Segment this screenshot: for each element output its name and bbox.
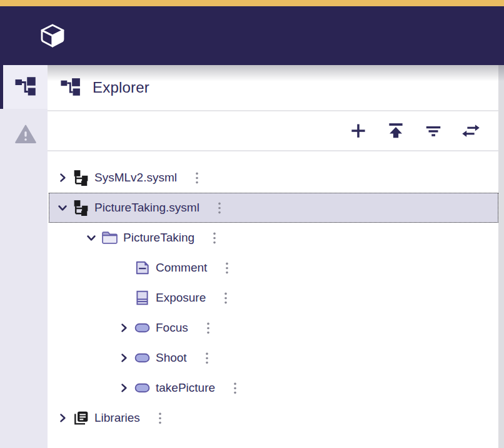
kebab-menu-icon[interactable] xyxy=(231,382,239,395)
tree-row[interactable]: SysMLv2.sysml xyxy=(49,163,498,193)
action-icon xyxy=(134,380,151,396)
activity-tab-explorer[interactable] xyxy=(0,65,48,109)
action-icon xyxy=(134,320,151,336)
model-file-icon xyxy=(73,200,89,216)
chevron-down-icon[interactable] xyxy=(56,201,69,215)
app-window: Explorer SysMLv2.sysmlPictureTaking.sysm… xyxy=(0,0,504,448)
item-icon xyxy=(134,290,151,306)
filter-button[interactable] xyxy=(424,121,443,140)
chevron-right-icon[interactable] xyxy=(118,351,130,365)
panel-header: Explorer xyxy=(48,65,504,111)
chevron-right-icon[interactable] xyxy=(118,321,130,335)
tree-row[interactable]: takePicture xyxy=(49,373,498,403)
explorer-panel: Explorer SysMLv2.sysmlPictureTaking.sysm… xyxy=(48,65,504,448)
kebab-menu-icon[interactable] xyxy=(211,232,218,245)
tree-row[interactable]: Libraries xyxy=(49,403,498,433)
model-file-icon xyxy=(73,170,89,186)
tree-item-label: Comment xyxy=(156,261,207,275)
kebab-menu-icon[interactable] xyxy=(203,352,211,365)
libraries-icon xyxy=(73,410,89,426)
kebab-menu-icon[interactable] xyxy=(156,412,164,425)
kebab-menu-icon[interactable] xyxy=(216,201,223,215)
tree-row[interactable]: Exposure xyxy=(49,283,498,313)
swap-button[interactable] xyxy=(461,121,480,140)
tree-row[interactable]: PictureTaking.sysml xyxy=(49,193,498,223)
chevron-right-icon[interactable] xyxy=(56,171,69,185)
tree-icon xyxy=(60,77,81,98)
action-icon xyxy=(134,350,151,366)
tree-item-label: PictureTaking.sysml xyxy=(94,201,199,215)
app-body: Explorer SysMLv2.sysmlPictureTaking.sysm… xyxy=(0,65,504,448)
activity-bar xyxy=(0,65,48,448)
chevron-right-icon[interactable] xyxy=(118,381,130,395)
tree-row[interactable]: Comment xyxy=(49,253,498,283)
chevron-right-icon[interactable] xyxy=(56,411,69,425)
tree: SysMLv2.sysmlPictureTaking.sysmlPictureT… xyxy=(48,151,498,448)
tree-item-label: SysMLv2.sysml xyxy=(94,171,177,185)
kebab-menu-icon[interactable] xyxy=(223,262,231,275)
top-accent-bar xyxy=(0,0,504,6)
activity-tab-problems[interactable] xyxy=(0,109,48,160)
tree-row[interactable]: Shoot xyxy=(49,343,498,373)
tree-item-label: Exposure xyxy=(156,291,206,305)
tree-row[interactable]: PictureTaking xyxy=(49,223,498,253)
panel-toolbar xyxy=(48,111,504,151)
kebab-menu-icon[interactable] xyxy=(193,171,201,185)
tree-row[interactable]: Focus xyxy=(49,313,498,343)
app-header xyxy=(0,6,504,65)
comment-icon xyxy=(134,260,151,276)
scrollbar-gutter[interactable] xyxy=(498,65,504,448)
tree-item-label: PictureTaking xyxy=(123,231,194,245)
tree-item-label: Libraries xyxy=(94,411,140,425)
panel-title: Explorer xyxy=(93,79,149,96)
tree-item-label: takePicture xyxy=(156,381,215,395)
kebab-menu-icon[interactable] xyxy=(204,322,212,335)
kebab-menu-icon[interactable] xyxy=(222,292,229,305)
add-button[interactable] xyxy=(349,121,368,140)
tree-item-label: Shoot xyxy=(156,351,187,365)
tree-item-label: Focus xyxy=(156,321,188,335)
collapse-to-top-button[interactable] xyxy=(386,121,405,140)
cube-icon[interactable] xyxy=(38,21,68,51)
folder-icon xyxy=(101,230,118,246)
chevron-down-icon[interactable] xyxy=(85,231,98,245)
